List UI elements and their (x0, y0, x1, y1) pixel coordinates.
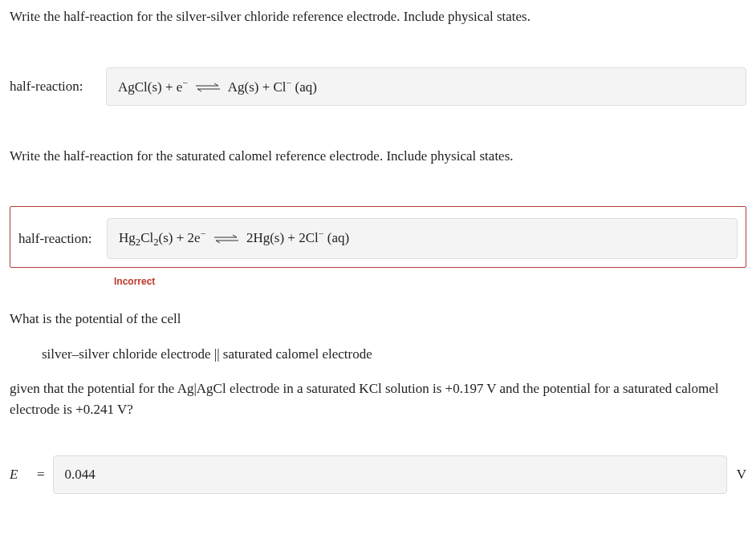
q1-lhs: AgCl(s) + e (118, 79, 182, 94)
q3-line3: given that the potential for the Ag|AgCl… (10, 378, 746, 419)
minus-sup: − (201, 228, 206, 239)
q3-field-row: E = 0.044 V (10, 455, 746, 494)
q1-label: half-reaction: (10, 76, 106, 97)
q3-line2: silver–silver chloride electrode || satu… (10, 344, 746, 365)
q1-rhs: Ag(s) + Cl (228, 79, 287, 94)
q2-rc: (s) + 2e (159, 230, 201, 245)
q2-re: (aq) (323, 230, 349, 245)
q2-rb: Cl (140, 230, 153, 245)
q2-label: half-reaction: (18, 229, 107, 249)
minus-sup: − (182, 77, 188, 88)
q2-prompt: Write the half-reaction for the saturate… (10, 146, 746, 167)
q2-field-row: half-reaction: Hg2Cl2(s) + 2e− 2Hg(s) + … (18, 218, 738, 259)
q3-variable: E (10, 464, 34, 485)
q3-line1: What is the potential of the cell (10, 309, 746, 330)
q1-prompt: Write the half-reaction for the silver-s… (10, 6, 746, 27)
q1-field-row: half-reaction: AgCl(s) + e− Ag(s) + Cl− … (10, 67, 746, 106)
equilibrium-arrow-icon (194, 82, 222, 93)
q2-feedback-label: Incorrect (114, 274, 746, 289)
q2-ra: Hg (119, 230, 136, 245)
q3-unit: V (727, 464, 746, 485)
q2-incorrect-wrapper: half-reaction: Hg2Cl2(s) + 2e− 2Hg(s) + … (10, 206, 746, 268)
q2-rd: 2Hg(s) + 2Cl (246, 230, 319, 245)
equilibrium-arrow-icon (213, 233, 240, 245)
q1-answer-input[interactable]: AgCl(s) + e− Ag(s) + Cl− (aq) (106, 67, 746, 106)
q1-rhs-tail: (aq) (291, 79, 317, 94)
q3-answer-input[interactable]: 0.044 (53, 455, 727, 494)
q3-value: 0.044 (65, 467, 96, 482)
q2-answer-input[interactable]: Hg2Cl2(s) + 2e− 2Hg(s) + 2Cl− (aq) (107, 218, 738, 259)
equals-sign: = (34, 464, 53, 485)
